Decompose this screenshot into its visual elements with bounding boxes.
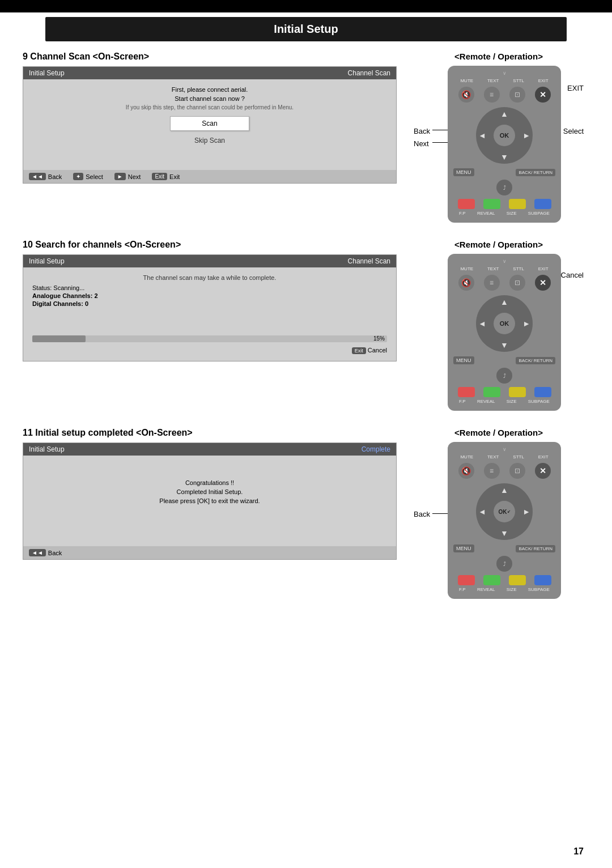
section10-left: 10 Search for channels <On-Screen> Initi… [23,240,397,361]
dpad-up10[interactable]: ▲ [500,297,508,307]
remote11-top-buttons: MUTE TEXT STTL EXIT [453,454,555,459]
screen9-footer: ◄◄ Back ✦ Select ► Next Exit Exit [23,170,396,183]
text-icon10[interactable]: ≡ [484,275,500,291]
fp-label11: F.P [459,587,466,592]
progress-fill [32,335,86,342]
source-btn10[interactable]: ⤴ [496,368,512,384]
dpad-ring10: ▲ ▼ ◄ ► OK [476,295,533,352]
ok-button10[interactable]: OK [494,313,515,334]
dpad-right10[interactable]: ► [522,319,530,328]
remote9-mid-row: MENU BACK/ RETURN [453,168,555,176]
yellow-btn10[interactable] [509,387,526,397]
remote10-icon-row: 🔇 ≡ ⊡ ✕ [453,275,555,291]
green-btn9[interactable] [483,199,500,209]
reveal-label10: REVEAL [477,399,495,404]
back-return-btn9[interactable]: BACK/ RETURN [516,169,555,176]
callout-cancel: Cancel [561,271,584,279]
green-btn11[interactable] [483,575,500,585]
section11-heading: 11 Initial setup completed <On-Screen> [23,428,397,438]
screen9-header-left: Initial Setup [29,69,65,77]
sttl-icon[interactable]: ⊡ [509,87,525,103]
menu-btn11[interactable]: MENU [453,544,474,552]
ok-button9[interactable]: OK [494,125,515,146]
screen10-status: Status: Scanning... [32,284,387,291]
yellow-btn9[interactable] [509,199,526,209]
green-btn10[interactable] [483,387,500,397]
yellow-btn11[interactable] [509,575,526,585]
section11-screen: Initial Setup Complete Congratulations !… [23,442,397,560]
callout-next: Next [414,139,429,148]
source-btn11-row: ⤴ [453,556,555,572]
screen9-body: First, please connect aerial. Start chan… [23,79,396,170]
dpad-down9[interactable]: ▼ [500,152,508,161]
remote-body-9: ∨ MUTE TEXT STTL EXIT 🔇 ≡ ⊡ ✕ [448,66,561,223]
blue-btn11[interactable] [534,575,551,585]
screen10-analogue: Analogue Channels: 2 [32,292,387,299]
remote-body-10: ∨ MUTE TEXT STTL EXIT 🔇 ≡ ⊡ ✕ [448,254,561,411]
exit-button-remote10[interactable]: ✕ [535,275,551,291]
ok-button11[interactable]: OK↙ [494,501,515,522]
screen10-digital: Digital Channels: 0 [32,300,387,307]
remote9-heading: <Remote / Operation> [454,52,543,61]
screen11-congrats: Congratulations !! [32,479,387,486]
dpad9: ▲ ▼ ◄ ► OK [476,107,533,164]
section10-heading: 10 Search for channels <On-Screen> [23,240,397,250]
source-btn11[interactable]: ⤴ [496,556,512,572]
progress-bar: 15% [32,335,387,342]
source-btn9[interactable]: ⤴ [496,180,512,195]
mute-icon10[interactable]: 🔇 [458,275,474,291]
exit-button-remote11[interactable]: ✕ [535,463,551,479]
dpad-left9[interactable]: ◄ [478,131,486,140]
remote11-bottom-labels: F.P REVEAL SIZE SUBPAGE [453,587,555,592]
menu-btn10[interactable]: MENU [453,356,474,364]
dpad-up9[interactable]: ▲ [500,109,508,118]
back-return-btn10[interactable]: BACK/ RETURN [516,357,555,364]
red-btn11[interactable] [458,575,475,585]
screen9-line2: Start channel scan now ? [32,95,387,102]
screen9-line3: If you skip this step, the channel scan … [32,104,387,110]
section9-screen: Initial Setup Channel Scan First, please… [23,66,397,184]
size-label10: SIZE [507,399,517,404]
sttl-icon10[interactable]: ⊡ [509,275,525,291]
reveal-label11: REVEAL [477,587,495,592]
subpage-label9: SUBPAGE [528,211,550,216]
dpad-left11[interactable]: ◄ [478,507,486,516]
dpad11: ▲ ▼ ◄ ► OK↙ [476,483,533,540]
page-title-bar: Initial Setup [45,17,567,41]
dpad-down10[interactable]: ▼ [500,341,508,350]
text-icon[interactable]: ≡ [484,87,500,103]
top-bar [0,0,612,12]
footer-next-label: Next [128,173,141,180]
dpad-down11[interactable]: ▼ [500,529,508,538]
dpad-up11[interactable]: ▲ [500,486,508,495]
skip-scan-button[interactable]: Skip Scan [32,137,387,144]
screen11-header-left: Initial Setup [29,445,65,453]
cancel-label[interactable]: Cancel [368,347,387,354]
red-btn10[interactable] [458,387,475,397]
sttl-icon11[interactable]: ⊡ [509,463,525,479]
mute-icon11[interactable]: 🔇 [458,463,474,479]
red-btn9[interactable] [458,199,475,209]
mute-icon[interactable]: 🔇 [458,87,474,103]
scan-button[interactable]: Scan [170,116,249,131]
menu-btn9[interactable]: MENU [453,168,474,176]
exit-label11: EXIT [538,454,549,459]
text-icon11[interactable]: ≡ [484,463,500,479]
callout-exit: EXIT [567,84,584,92]
dpad-right9[interactable]: ► [522,131,530,140]
remote10-top-buttons: MUTE TEXT STTL EXIT [453,266,555,271]
exit-button-remote[interactable]: ✕ [535,87,551,103]
remote11-icon-row: 🔇 ≡ ⊡ ✕ [453,463,555,479]
remote11-heading: <Remote / Operation> [454,428,543,437]
footer-exit-label: Exit [169,173,180,180]
section9-remote-wrapper: EXIT Back Next Select ∨ [414,66,584,223]
blue-btn9[interactable] [534,199,551,209]
back-return-btn11[interactable]: BACK/ RETURN [516,545,555,552]
sttl-label11: STTL [513,454,524,459]
blue-btn10[interactable] [534,387,551,397]
footer-back-label: Back [48,173,62,180]
text-label: TEXT [487,78,499,83]
dpad-right11[interactable]: ► [522,507,530,516]
cancel-row: Exit Cancel [32,347,387,354]
dpad-left10[interactable]: ◄ [478,319,486,328]
